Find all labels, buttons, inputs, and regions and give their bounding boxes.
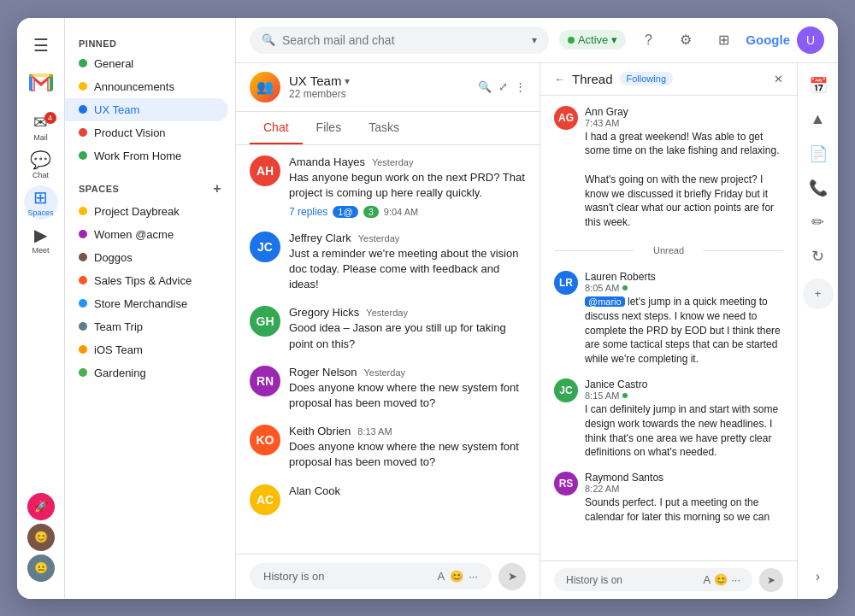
expand-icon[interactable]: ⤢ [498, 80, 508, 93]
settings-button[interactable]: ⚙ [670, 25, 701, 56]
thread-input-placeholder: History is on [566, 574, 622, 586]
tab-tasks[interactable]: Tasks [355, 112, 413, 144]
thread-msg-name: Raymond Santos [585, 472, 783, 484]
thread-msg-time: 8:15 AM [585, 390, 783, 401]
msg-header: Jeffrey Clark Yesterday [289, 232, 526, 244]
search-chat-icon[interactable]: 🔍 [478, 80, 492, 93]
chat-nav-button[interactable]: 💬 Chat [24, 148, 58, 182]
message-item: GH Gregory Hicks Yesterday Good idea – J… [250, 306, 526, 351]
message-item: RN Roger Nelson Yesterday Does anyone kn… [250, 366, 526, 411]
thread-message-item: AG Ann Gray 7:43 AM I had a great weeken… [554, 106, 783, 231]
sidebar-item-store-merchandise[interactable]: Store Merchandise [65, 292, 228, 315]
msg-time: Yesterday [358, 233, 400, 243]
sidebar-item-team-trip[interactable]: Team Trip [65, 315, 228, 338]
bottom-avatar-1[interactable]: 🚀 [27, 493, 55, 520]
spaces-label: Spaces [27, 208, 53, 217]
chat-icon: 💬 [30, 150, 51, 170]
active-label: Active [578, 33, 608, 46]
active-dot [568, 37, 575, 44]
thread-messages: AG Ann Gray 7:43 AM I had a great weeken… [540, 96, 797, 560]
gardening-dot [79, 368, 87, 377]
sidebar-item-work-from-home[interactable]: Work From Home [65, 144, 228, 167]
ux-team-dot [79, 105, 87, 114]
thread-input-actions: A 😊 ··· [703, 573, 740, 586]
announcements-dot [79, 82, 87, 91]
right-icon-refresh[interactable]: ↻ [803, 241, 834, 272]
msg-name: Gregory Hicks [289, 306, 359, 319]
google-logo: Google [746, 32, 790, 47]
sidebar-item-general[interactable]: General [65, 52, 228, 75]
right-icon-drive[interactable]: ▲ [803, 104, 834, 135]
mail-nav-button[interactable]: ✉ Mail 4 [24, 110, 58, 144]
emoji-icon[interactable]: 😊 [450, 570, 463, 583]
spaces-nav-button[interactable]: ⊞ Spaces [24, 185, 58, 220]
team-trip-dot [79, 322, 87, 331]
msg-name: Alan Cook [289, 484, 340, 497]
add-space-button[interactable]: + [213, 181, 221, 197]
sidebar-item-ux-team[interactable]: UX Team [65, 98, 228, 121]
sidebar-item-project-daybreak[interactable]: Project Daybreak [65, 200, 228, 223]
right-icon-docs[interactable]: 📄 [803, 138, 834, 169]
search-dropdown-icon[interactable]: ▾ [532, 34, 537, 46]
chat-input-container[interactable]: History is on A 😊 ··· [250, 563, 492, 590]
msg-time: Yesterday [372, 157, 414, 167]
thread-format-icon[interactable]: A [703, 573, 711, 586]
general-label: General [94, 57, 133, 70]
msg-text: Does anyone know where the new system fo… [289, 380, 526, 411]
msg-replies[interactable]: 7 replies 1@ 3 9:04 AM [289, 206, 526, 218]
following-badge: Following [620, 72, 673, 85]
expand-right-panel-button[interactable]: › [803, 561, 834, 592]
send-button[interactable]: ➤ [498, 563, 526, 590]
right-icon-phone[interactable]: 📞 [803, 173, 834, 203]
tab-chat[interactable]: Chat [250, 112, 303, 144]
menu-button[interactable]: ☰ [24, 28, 58, 62]
search-bar[interactable]: 🔍 ▾ [250, 26, 549, 54]
group-dropdown-icon[interactable]: ▾ [345, 75, 350, 87]
mention-tag: @mario [585, 296, 625, 307]
bottom-avatar-2[interactable]: 😊 [27, 524, 55, 551]
replies-label: 7 replies [289, 206, 327, 218]
meet-nav-button[interactable]: ▶ Meet [24, 223, 58, 257]
help-button[interactable]: ? [633, 25, 663, 56]
gmail-logo [24, 66, 58, 100]
user-avatar[interactable]: U [797, 26, 824, 54]
thread-input-container[interactable]: History is on A 😊 ··· [554, 568, 752, 591]
thread-header: ← Thread Following ✕ [540, 63, 797, 96]
sales-tips-dot [79, 276, 87, 285]
sidebar-item-women-acme[interactable]: Women @acme [65, 223, 228, 246]
message-item: AH Amanda Hayes Yesterday Has anyone beg… [250, 155, 526, 218]
general-dot [79, 59, 87, 67]
svg-rect-2 [29, 73, 53, 77]
group-avatar: 👥 [250, 72, 280, 103]
bottom-avatar-3[interactable]: 😐 [27, 554, 55, 582]
sidebar-item-sales-tips[interactable]: Sales Tips & Advice [65, 269, 228, 292]
back-button[interactable]: ← [554, 73, 565, 85]
msg-text: Has anyone begun work on the next PRD? T… [289, 170, 526, 201]
sidebar-item-gardening[interactable]: Gardening [65, 361, 228, 384]
apps-button[interactable]: ⊞ [708, 25, 739, 56]
right-icon-edit[interactable]: ✏ [803, 207, 834, 238]
store-merchandise-dot [79, 299, 87, 308]
format-icon[interactable]: A [437, 570, 445, 583]
close-thread-button[interactable]: ✕ [774, 73, 783, 85]
sidebar-item-doggos[interactable]: Doggos [65, 246, 228, 269]
sidebar-item-ios-team[interactable]: iOS Team [65, 338, 228, 361]
active-status-button[interactable]: Active ▾ [559, 30, 626, 50]
thread-title: Thread [572, 72, 613, 86]
right-icon-calendar[interactable]: 📅 [803, 70, 834, 101]
thread-emoji-icon[interactable]: 😊 [714, 573, 728, 586]
meet-icon: ▶ [34, 225, 47, 245]
search-input[interactable] [282, 33, 525, 47]
more-icon[interactable]: ··· [469, 570, 478, 583]
thread-send-button[interactable]: ➤ [759, 568, 783, 592]
tab-files[interactable]: Files [303, 112, 356, 144]
thread-more-icon[interactable]: ··· [731, 573, 740, 586]
app-container: ☰ ✉ Mail 4 💬 Chat [17, 18, 838, 599]
msg-body: Jeffrey Clark Yesterday Just a reminder … [289, 232, 526, 293]
more-options-icon[interactable]: ⋮ [515, 80, 526, 93]
msg-text: Good idea – Jason are you still up for t… [289, 320, 526, 351]
right-icon-add[interactable]: + [803, 279, 834, 309]
sidebar-item-announcements[interactable]: Announcements [65, 75, 228, 98]
sidebar-item-product-vision[interactable]: Product Vision [65, 121, 228, 144]
project-daybreak-dot [79, 207, 87, 215]
